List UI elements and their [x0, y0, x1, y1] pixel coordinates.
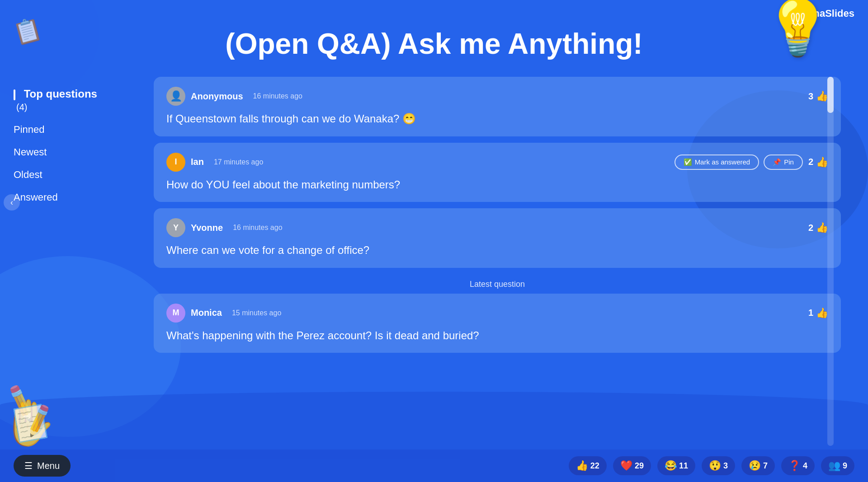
user-name-4: Monica [191, 308, 222, 318]
avatar-2: I [166, 153, 185, 172]
user-name-3: Yvonne [191, 223, 223, 233]
question-text-4: What's happening with the Perez account?… [166, 328, 828, 343]
like-reaction-count: 22 [590, 461, 599, 471]
sidebar-nav: Top questions (4) Pinned Newest Oldest A… [14, 86, 113, 205]
like-count-2[interactable]: 2 👍 [808, 156, 828, 168]
like-number-1: 3 [808, 91, 813, 102]
sidebar-item-badge: (4) [16, 102, 27, 112]
card-header-4: M Monica 15 minutes ago 1 👍 [166, 304, 828, 323]
reaction-users[interactable]: 👥 9 [821, 456, 854, 475]
like-number-4: 1 [808, 308, 813, 318]
card-header-3: Y Yvonne 16 minutes ago 2 👍 [166, 218, 828, 237]
reaction-like[interactable]: 👍 22 [569, 456, 607, 475]
like-number-3: 2 [808, 223, 813, 233]
sidebar-item-newest[interactable]: Newest [14, 145, 113, 160]
user-name-2: Ian [191, 157, 204, 167]
collapse-sidebar-button[interactable]: ‹ [4, 194, 20, 211]
time-ago-2: 17 minutes ago [214, 158, 263, 166]
scrollbar[interactable] [827, 77, 834, 446]
question-card-4: M Monica 15 minutes ago 1 👍 What's happe… [154, 294, 841, 353]
heart-reaction-count: 29 [635, 461, 644, 471]
thumbs-up-icon-2: 👍 [816, 156, 828, 168]
time-ago-1: 16 minutes ago [253, 92, 302, 100]
card-header-1: 👤 Anonymous 16 minutes ago 3 👍 [166, 87, 828, 106]
reactions-bar: 👍 22 ❤️ 29 😂 11 😲 3 😢 7 ❓ 4 👥 9 [569, 456, 854, 475]
card-header-left-3: Y Yvonne 16 minutes ago [166, 218, 283, 237]
menu-button[interactable]: ☰ Menu [14, 455, 71, 477]
sidebar-item-answered[interactable]: Answered [14, 190, 113, 205]
pin-label: Pin [784, 158, 794, 166]
sad-reaction-count: 7 [763, 461, 768, 471]
user-name-1: Anonymous [191, 91, 243, 102]
avatar-4: M [166, 304, 185, 323]
reaction-sad[interactable]: 😢 7 [741, 456, 775, 475]
like-count-3[interactable]: 2 👍 [808, 222, 828, 234]
decorative-notepad: 📝 [11, 401, 56, 445]
bottom-bar: ☰ Menu 👍 22 ❤️ 29 😂 11 😲 3 😢 7 ❓ 4 👥 [0, 449, 868, 482]
thumbs-up-icon-4: 👍 [816, 307, 828, 319]
scrollbar-thumb[interactable] [827, 77, 834, 113]
sidebar-item-oldest[interactable]: Oldest [14, 167, 113, 183]
wow-reaction-count: 3 [723, 461, 728, 471]
sad-emoji: 😢 [749, 460, 761, 472]
card-header-right-1: 3 👍 [808, 90, 828, 102]
card-header-2: I Ian 17 minutes ago ✅ Mark as answered … [166, 153, 828, 172]
avatar-1: 👤 [166, 87, 185, 106]
sidebar-item-label: Answered [14, 192, 58, 203]
latest-separator: Latest question [154, 274, 841, 294]
reaction-wow[interactable]: 😲 3 [702, 456, 735, 475]
question-emoji: ❓ [788, 460, 801, 472]
card-header-left-1: 👤 Anonymous 16 minutes ago [166, 87, 302, 106]
question-reaction-count: 4 [803, 461, 807, 471]
users-emoji: 👥 [828, 460, 840, 472]
reaction-heart[interactable]: ❤️ 29 [613, 456, 651, 475]
sidebar-item-label: Newest [14, 146, 47, 158]
thumbs-up-icon-3: 👍 [816, 222, 828, 234]
pin-button[interactable]: 📌 Pin [764, 154, 803, 170]
card-header-right-4: 1 👍 [808, 307, 828, 319]
reaction-laugh[interactable]: 😂 11 [657, 456, 695, 475]
card-header-left-4: M Monica 15 minutes ago [166, 304, 281, 323]
decorative-hands: 🤚 [0, 396, 57, 449]
question-text-1: If Queenstown falls through can we do Wa… [166, 111, 828, 126]
pin-icon: 📌 [773, 158, 781, 166]
question-card-3: Y Yvonne 16 minutes ago 2 👍 Where can we… [154, 208, 841, 268]
users-reaction-count: 9 [843, 461, 847, 471]
heart-emoji: ❤️ [620, 460, 632, 472]
question-card-2: I Ian 17 minutes ago ✅ Mark as answered … [154, 143, 841, 202]
sidebar-item-pinned[interactable]: Pinned [14, 122, 113, 137]
time-ago-3: 16 minutes ago [233, 224, 282, 232]
sidebar-item-top-questions[interactable]: Top questions (4) [14, 86, 113, 115]
decorative-pen: ✏️ [0, 382, 43, 423]
wow-emoji: 😲 [709, 460, 721, 472]
main-content: 👤 Anonymous 16 minutes ago 3 👍 If Queens… [154, 77, 841, 446]
like-count-1[interactable]: 3 👍 [808, 90, 828, 102]
card-header-left-2: I Ian 17 minutes ago [166, 153, 263, 172]
thumbs-up-icon-1: 👍 [816, 90, 828, 102]
mark-answered-button[interactable]: ✅ Mark as answered [675, 154, 760, 170]
card-header-right-3: 2 👍 [808, 222, 828, 234]
like-emoji: 👍 [576, 460, 588, 472]
question-text-3: Where can we vote for a change of office… [166, 243, 828, 258]
sidebar-item-label: Oldest [14, 169, 42, 180]
laugh-reaction-count: 11 [679, 461, 688, 471]
sidebar: Top questions (4) Pinned Newest Oldest A… [0, 77, 127, 214]
scrollbar-track [827, 77, 834, 446]
page-title: (Open Q&A) Ask me Anything! [0, 27, 868, 61]
question-text-2: How do YOU feel about the marketing numb… [166, 177, 828, 192]
card-actions-2: ✅ Mark as answered 📌 Pin [675, 154, 803, 170]
check-circle-icon: ✅ [684, 158, 692, 166]
questions-list: 👤 Anonymous 16 minutes ago 3 👍 If Queens… [154, 77, 841, 446]
like-number-2: 2 [808, 157, 813, 167]
mark-answered-label: Mark as answered [695, 158, 750, 166]
time-ago-4: 15 minutes ago [232, 309, 281, 317]
like-count-4[interactable]: 1 👍 [808, 307, 828, 319]
sidebar-item-label: Top questions [24, 88, 97, 100]
hamburger-icon: ☰ [24, 460, 33, 471]
reaction-question[interactable]: ❓ 4 [781, 456, 815, 475]
menu-label: Menu [37, 461, 60, 471]
sidebar-item-label: Pinned [14, 124, 45, 135]
laugh-emoji: 😂 [665, 460, 677, 472]
card-header-right-2: ✅ Mark as answered 📌 Pin 2 👍 [675, 154, 828, 170]
avatar-3: Y [166, 218, 185, 237]
